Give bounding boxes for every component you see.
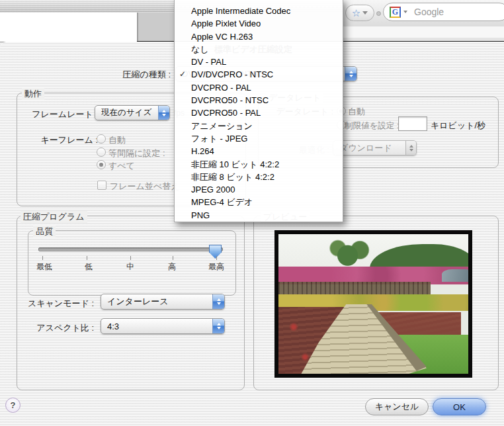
slider-tick <box>173 256 173 260</box>
optimize-popup: ダウンロード <box>333 140 417 155</box>
compressor-group-title: 圧縮プログラム <box>21 211 87 223</box>
menu-item[interactable]: DVCPRO - PAL <box>175 81 343 94</box>
slider-tick <box>87 256 87 260</box>
popup-stepper-icon <box>405 141 416 155</box>
check-icon: ✓ <box>179 68 186 81</box>
menu-item[interactable]: Apple Pixlet Video <box>175 17 343 30</box>
scan-mode-label: スキャンモード : <box>13 298 94 310</box>
quality-slider-track[interactable] <box>38 247 223 251</box>
compression-type-label: 圧縮の種類 : <box>79 69 171 81</box>
menu-item[interactable]: MPEG-4 ビデオ <box>175 196 343 208</box>
star-icon: ☆ <box>352 8 360 18</box>
menu-item[interactable]: DVCPRO50 - NTSC <box>175 94 343 106</box>
quality-tick-label: 高 <box>157 261 187 273</box>
compression-type-menu: Apple Intermediate Codec Apple Pixlet Vi… <box>174 0 343 222</box>
menu-item[interactable]: H.264 <box>175 145 343 157</box>
bookmarks-bar <box>343 26 504 38</box>
popup-stepper-icon <box>345 67 357 81</box>
screen: ☆ G Google 標準ビデオ圧縮設定 圧縮の種類 : DV/DVCPRO -… <box>0 0 504 426</box>
menu-item-checked[interactable]: ✓ DV/DVCPRO - NTSC <box>175 68 343 81</box>
popup-stepper-icon <box>158 106 169 120</box>
bookmark-button[interactable]: ☆ <box>345 5 374 21</box>
ok-button[interactable]: OK <box>433 398 486 415</box>
quality-tick-label: 最高 <box>202 261 231 273</box>
frame-reorder-checkbox <box>97 181 106 190</box>
quality-group-title: 品質 <box>33 226 56 237</box>
keyframe-label: キーフレーム : <box>13 134 98 146</box>
google-logo-icon: G <box>390 7 401 18</box>
data-rate-limit-field[interactable] <box>398 116 427 131</box>
scan-mode-popup[interactable]: インターレース <box>101 294 225 310</box>
slider-tick <box>42 256 43 260</box>
foreground-window <box>0 13 138 42</box>
menu-item[interactable]: 非圧縮 8 ビット 4:2:2 <box>175 171 343 183</box>
chevron-down-icon <box>362 11 368 15</box>
quality-tick-label: 最低 <box>30 261 59 273</box>
quality-tick-label: 中 <box>116 261 145 273</box>
menu-item[interactable]: なし <box>175 43 343 56</box>
menu-item[interactable]: DVCPRO50 - PAL <box>175 106 343 119</box>
keyframe-radio-auto <box>97 134 106 144</box>
motion-group-title: 動作 <box>22 88 44 100</box>
menu-item[interactable]: フォト - JPEG <box>175 132 343 145</box>
search-placeholder: Google <box>414 7 444 17</box>
data-rate-limit-unit: キロビット/秒 <box>431 120 485 132</box>
keyframe-radio-interval <box>97 148 106 157</box>
help-button[interactable]: ? <box>5 398 21 413</box>
data-rate-auto-label: 自動 <box>348 106 365 118</box>
popup-stepper-icon <box>212 319 224 333</box>
keyframe-option-all: すべて <box>108 160 135 172</box>
menu-item[interactable]: Apple VC H.263 <box>175 30 343 43</box>
frame-rate-popup[interactable]: 現在のサイズ <box>95 105 170 120</box>
google-search-field[interactable]: G Google <box>383 3 504 21</box>
aspect-ratio-popup[interactable]: 4:3 <box>101 318 225 334</box>
menu-item[interactable]: DV - PAL <box>175 56 343 68</box>
cancel-button[interactable]: キャンセル <box>365 398 429 415</box>
roof-layer <box>442 269 468 282</box>
keyframe-option-auto: 自動 <box>108 134 126 146</box>
aspect-ratio-label: アスペクト比 : <box>13 322 94 334</box>
keyframe-radio-all <box>97 160 106 169</box>
preview-image <box>274 230 472 378</box>
toolbar-separator-dot <box>376 11 381 16</box>
menu-item[interactable]: PNG <box>175 209 343 222</box>
menu-item[interactable]: Apple Intermediate Codec <box>175 5 343 17</box>
slider-tick <box>130 256 131 260</box>
frame-rate-label: フレームレート : <box>13 108 98 120</box>
menu-item[interactable]: 非圧縮 10 ビット 4:2:2 <box>175 158 343 171</box>
help-icon: ? <box>11 400 16 410</box>
keyframe-option-interval: 等間隔に設定 : <box>108 148 165 159</box>
chevron-down-icon <box>403 11 407 13</box>
slider-tick <box>216 256 217 260</box>
data-rate-limit-label: 制限値を設定 : <box>345 120 399 132</box>
popup-stepper-icon <box>212 294 224 309</box>
frame-reorder-label: フレーム並べ替え <box>110 181 180 192</box>
menu-item[interactable]: アニメーション <box>175 120 343 132</box>
quality-tick-label: 低 <box>74 261 103 273</box>
menu-item[interactable]: JPEG 2000 <box>175 183 343 196</box>
